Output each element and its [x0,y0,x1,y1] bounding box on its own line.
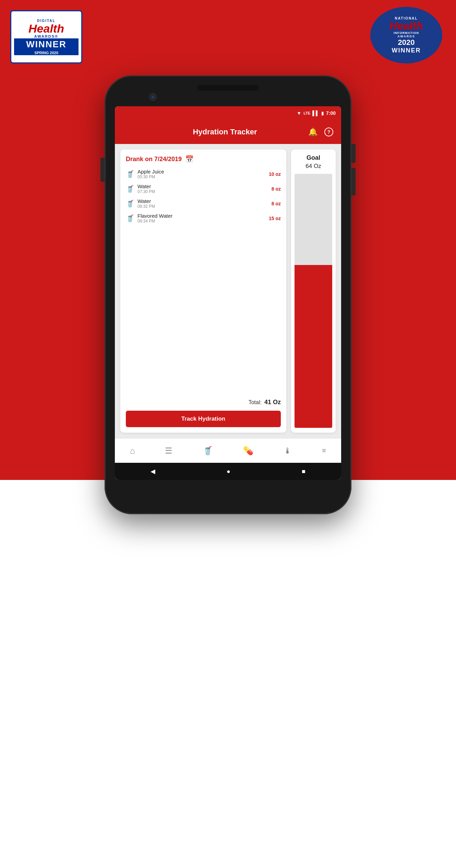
drink-item: 🥤 Apple Juice 05:30 PM 10 oz [126,169,281,179]
drink-time-3: 08:34 PM [137,219,265,224]
track-hydration-button[interactable]: Track Hydration [126,411,281,427]
nav-item-home[interactable]: ⌂ [127,444,139,458]
vitals-nav-icon: 🌡 [284,446,292,456]
status-bar: ▼ LTE ▌▌ ▮ 7:00 [115,106,341,120]
app-header: Hydration Tracker 🔔 ? [115,120,341,144]
power-button[interactable] [100,158,105,182]
cup-icon-3: 🥤 [126,214,134,222]
award-left-brand: Health [28,23,64,34]
drink-info-2: Water 08:32 PM [137,198,268,209]
date-header: Drank on 7/24/2019 📅 [126,155,281,163]
drink-amount-2: 8 oz [272,201,281,206]
menu-nav-icon: ≡ [322,447,326,455]
award-right-brand: Health [389,20,423,31]
drink-amount-3: 15 oz [269,216,281,221]
phone-speaker [197,85,259,91]
phone-camera [149,93,157,101]
drink-name-1: Water [137,183,268,189]
drink-time-0: 05:30 PM [137,174,265,179]
drink-name-2: Water [137,198,268,204]
goal-panel: Goal 64 Oz [291,149,336,433]
nav-item-medications[interactable]: 💊 [240,444,257,458]
nav-item-vitals[interactable]: 🌡 [280,444,295,458]
android-recent-button[interactable]: ■ [302,468,305,475]
nav-item-food[interactable]: ☰ [161,444,176,458]
award-badge-right: NATIONAL Health INFORMATION AWARDS 2020 … [370,7,446,69]
drink-info-0: Apple Juice 05:30 PM [137,169,265,179]
hydration-nav-icon: 🥤 [203,446,213,456]
progress-bar-container [295,174,332,428]
award-badge-left: DIGITAL Health AWARDS® WINNER SPRING 202… [10,10,86,69]
date-label: Drank on 7/24/2019 [126,156,182,163]
cup-icon-0: 🥤 [126,170,134,178]
award-right-awards: AWARDS [397,35,415,38]
nav-item-hydration[interactable]: 🥤 [199,444,216,458]
phone-body: ▼ LTE ▌▌ ▮ 7:00 Hydration Tracker 🔔 ? [105,75,351,514]
drink-item: 🥤 Flavored Water 08:34 PM 15 oz [126,213,281,224]
home-nav-icon: ⌂ [130,446,135,456]
drink-list: 🥤 Apple Juice 05:30 PM 10 oz 🥤 Water [126,169,281,392]
drink-info-1: Water 07:30 PM [137,183,268,194]
award-right-year: 2020 [398,38,415,47]
total-row: Total: 41 Oz [126,395,281,406]
cup-icon-1: 🥤 [126,185,134,193]
drink-name-3: Flavored Water [137,213,265,219]
goal-title: Goal [307,154,320,161]
nav-item-menu[interactable]: ≡ [319,445,329,457]
volume-up-button[interactable] [351,144,356,163]
award-left-sub: AWARDS® [34,34,58,38]
app-content: Drank on 7/24/2019 📅 🥤 Apple Juice 05:30… [115,144,341,438]
progress-bar-fill [295,265,332,428]
award-right-winner: WINNER [392,47,421,54]
wifi-icon: ▼ [297,110,301,116]
calendar-icon[interactable]: 📅 [185,155,194,163]
drink-amount-0: 10 oz [269,171,281,177]
status-time: 7:00 [326,110,336,116]
total-label: Total: [249,399,262,406]
signal-icon: ▌▌ [312,110,319,116]
background-bottom [0,480,456,868]
bottom-navigation: ⌂ ☰ 🥤 💊 🌡 ≡ [115,438,341,463]
drink-item: 🥤 Water 08:32 PM 8 oz [126,198,281,209]
award-right-info: INFORMATION [394,31,419,35]
food-nav-icon: ☰ [165,446,172,456]
phone-screen: ▼ LTE ▌▌ ▮ 7:00 Hydration Tracker 🔔 ? [115,106,341,480]
android-back-button[interactable]: ◀ [151,468,155,475]
app-title: Hydration Tracker [193,128,257,136]
help-button[interactable]: ? [323,126,334,137]
drink-time-1: 07:30 PM [137,189,268,194]
award-left-season: SPRING 2020 [14,50,79,55]
drink-time-2: 08:32 PM [137,204,268,209]
drink-item: 🥤 Water 07:30 PM 8 oz [126,183,281,194]
drink-info-3: Flavored Water 08:34 PM [137,213,265,224]
award-left-winner: WINNER [14,38,79,50]
volume-down-button[interactable] [351,168,356,195]
battery-icon: ▮ [321,110,324,116]
drink-amount-1: 8 oz [272,186,281,192]
drink-log-panel: Drank on 7/24/2019 📅 🥤 Apple Juice 05:30… [120,149,286,433]
cup-icon-2: 🥤 [126,200,134,208]
total-value: 41 Oz [264,399,281,406]
goal-value: 64 Oz [305,163,321,170]
android-home-button[interactable]: ● [227,468,230,475]
help-icon: ? [324,128,333,136]
status-icons: ▼ LTE ▌▌ ▮ 7:00 [297,110,336,116]
android-nav-bar: ◀ ● ■ [115,463,341,480]
medications-nav-icon: 💊 [243,446,253,456]
lte-icon: LTE [303,111,310,115]
drink-name-0: Apple Juice [137,169,265,174]
bell-icon: 🔔 [308,128,317,136]
phone-device: ▼ LTE ▌▌ ▮ 7:00 Hydration Tracker 🔔 ? [105,75,351,514]
notification-bell-button[interactable]: 🔔 [308,126,319,137]
header-icons: 🔔 ? [308,126,334,137]
